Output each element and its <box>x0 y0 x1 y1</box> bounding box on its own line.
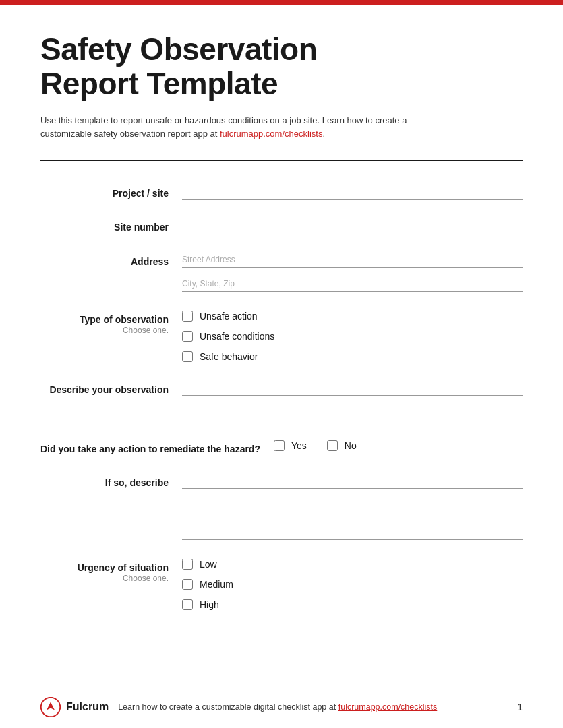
street-address-input[interactable] <box>182 253 523 268</box>
describe-row: Describe your observation <box>40 381 523 421</box>
high-label: High <box>200 599 219 610</box>
unsafe-conditions-label: Unsafe conditions <box>200 331 274 342</box>
action-option-yes[interactable]: Yes <box>274 440 307 451</box>
address-field <box>182 253 523 292</box>
observation-option-unsafe-action[interactable]: Unsafe action <box>182 311 523 322</box>
project-site-label: Project / site <box>40 185 182 200</box>
site-number-label: Site number <box>40 218 182 233</box>
if-so-row: If so, describe <box>40 474 523 540</box>
address-label: Address <box>40 253 182 268</box>
checkbox-safe-behavior[interactable] <box>182 351 193 362</box>
urgency-sublabel: Choose one. <box>40 574 169 584</box>
urgency-option-high[interactable]: High <box>182 599 523 610</box>
project-site-row: Project / site <box>40 185 523 200</box>
medium-label: Medium <box>200 579 233 590</box>
action-option-no[interactable]: No <box>327 440 357 451</box>
if-so-input-3[interactable] <box>182 525 523 540</box>
if-so-field <box>182 474 523 540</box>
describe-label: Describe your observation <box>40 381 182 396</box>
if-so-input-2[interactable] <box>182 499 523 514</box>
site-number-field <box>182 218 523 233</box>
observation-option-safe-behavior[interactable]: Safe behavior <box>182 351 523 362</box>
footer-text: Learn how to create a customizable digit… <box>118 702 508 712</box>
checkbox-unsafe-conditions[interactable] <box>182 331 193 342</box>
type-of-observation-row: Type of observation Choose one. Unsafe a… <box>40 311 523 362</box>
address-row: Address <box>40 253 523 292</box>
yes-label: Yes <box>291 440 307 451</box>
site-number-input[interactable] <box>182 218 351 233</box>
low-label: Low <box>200 559 217 570</box>
fulcrum-name: Fulcrum <box>66 701 109 713</box>
checkbox-medium[interactable] <box>182 579 193 590</box>
checkbox-high[interactable] <box>182 599 193 610</box>
page-footer: Fulcrum Learn how to create a customizab… <box>0 686 563 728</box>
observation-option-unsafe-conditions[interactable]: Unsafe conditions <box>182 331 523 342</box>
urgency-row: Urgency of situation Choose one. Low Med… <box>40 559 523 610</box>
unsafe-action-label: Unsafe action <box>200 311 258 322</box>
subtitle: Use this template to report unsafe or ha… <box>40 114 432 140</box>
action-row: Did you take any action to remediate the… <box>40 440 523 455</box>
observation-checkbox-group: Unsafe action Unsafe conditions Safe beh… <box>182 311 523 362</box>
section-divider <box>40 160 523 161</box>
type-of-observation-label: Type of observation Choose one. <box>40 311 182 336</box>
project-site-field <box>182 185 523 200</box>
checkbox-yes[interactable] <box>274 440 285 451</box>
fulcrum-logo: Fulcrum <box>40 697 109 717</box>
action-field: Yes No <box>274 440 523 451</box>
urgency-option-low[interactable]: Low <box>182 559 523 570</box>
type-of-observation-field: Unsafe action Unsafe conditions Safe beh… <box>182 311 523 362</box>
city-state-zip-input[interactable] <box>182 277 523 292</box>
subtitle-link[interactable]: fulcrumapp.com/checklists <box>220 129 322 139</box>
urgency-checkbox-group: Low Medium High <box>182 559 523 610</box>
if-so-label: If so, describe <box>40 474 182 489</box>
page-title: Safety Observation Report Template <box>40 32 523 100</box>
checkbox-unsafe-action[interactable] <box>182 311 193 322</box>
describe-input-1[interactable] <box>182 381 523 396</box>
form-section: Project / site Site number Address Type … <box>40 185 523 664</box>
urgency-field: Low Medium High <box>182 559 523 610</box>
action-checkbox-group: Yes No <box>274 440 523 451</box>
action-label: Did you take any action to remediate the… <box>40 440 274 455</box>
page-number: 1 <box>517 702 523 712</box>
footer-link[interactable]: fulcrumapp.com/checklists <box>338 702 438 712</box>
urgency-label: Urgency of situation Choose one. <box>40 559 182 584</box>
describe-field <box>182 381 523 421</box>
type-of-observation-sublabel: Choose one. <box>40 326 169 336</box>
if-so-input-1[interactable] <box>182 474 523 489</box>
project-site-input[interactable] <box>182 185 523 200</box>
safe-behavior-label: Safe behavior <box>200 351 258 362</box>
no-label: No <box>345 440 357 451</box>
red-bar <box>0 0 563 5</box>
urgency-option-medium[interactable]: Medium <box>182 579 523 590</box>
describe-input-2[interactable] <box>182 406 523 421</box>
checkbox-low[interactable] <box>182 559 193 570</box>
fulcrum-icon <box>40 697 61 717</box>
checkbox-no[interactable] <box>327 440 338 451</box>
site-number-row: Site number <box>40 218 523 233</box>
